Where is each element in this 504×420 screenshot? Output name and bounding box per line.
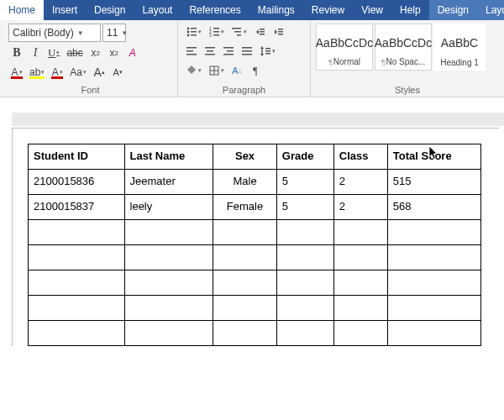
table-cell[interactable] (276, 296, 333, 321)
shrink-font-button[interactable]: A▾ (109, 64, 126, 81)
table-cell[interactable] (333, 270, 387, 296)
grow-font-button[interactable]: A▴ (91, 64, 108, 81)
table-cell[interactable] (213, 296, 277, 321)
table-cell[interactable]: 2 (333, 170, 387, 195)
table-cell[interactable] (124, 270, 213, 296)
font-name-combo[interactable]: Calibri (Body) ▼ (8, 24, 101, 42)
subscript-button[interactable]: x2 (87, 45, 104, 61)
justify-button[interactable] (239, 43, 255, 60)
table-cell[interactable] (333, 245, 387, 270)
tab-references[interactable]: References (181, 0, 249, 20)
table-cell[interactable] (29, 220, 125, 245)
th-sex[interactable]: Sex (213, 144, 277, 170)
table-row[interactable]: 2100015837leelyFemale52568 (29, 195, 481, 220)
tab-view[interactable]: View (353, 0, 391, 20)
table-cell[interactable]: 5 (276, 170, 333, 195)
font-color-button[interactable]: A▾ (8, 64, 25, 81)
table-cell[interactable] (387, 245, 480, 270)
font-size-combo[interactable]: 11 ▼ (102, 24, 126, 42)
table-cell[interactable] (29, 321, 125, 346)
tab-insert[interactable]: Insert (44, 0, 86, 20)
tab-table-layout[interactable]: Layout (477, 0, 504, 20)
table-cell[interactable] (124, 245, 213, 270)
th-student-id[interactable]: Student ID (29, 144, 125, 170)
table-cell[interactable]: 2100015837 (29, 195, 125, 220)
table-cell[interactable] (29, 270, 125, 296)
table-cell[interactable]: 5 (276, 195, 333, 220)
table-header-row[interactable]: Student ID Last Name Sex Grade Class Tot… (29, 144, 481, 170)
borders-button[interactable]: ▾ (206, 62, 227, 79)
table-row[interactable] (29, 296, 481, 321)
table-cell[interactable]: 515 (387, 170, 480, 195)
bullets-button[interactable]: ▾ (183, 24, 204, 40)
table-row[interactable] (29, 270, 481, 296)
table-row[interactable] (29, 245, 481, 270)
th-total-score[interactable]: Total Score (387, 144, 480, 170)
table-cell[interactable] (387, 321, 480, 346)
ruler[interactable] (12, 113, 504, 126)
table-cell[interactable] (213, 321, 277, 346)
text-fill-button[interactable]: A▾ (49, 64, 66, 81)
table-cell[interactable]: 2100015836 (29, 170, 125, 195)
superscript-button[interactable]: x2 (106, 45, 123, 61)
align-right-button[interactable] (220, 43, 237, 60)
italic-button[interactable]: I (27, 45, 44, 61)
th-grade[interactable]: Grade (276, 144, 333, 170)
tab-table-design[interactable]: Design (429, 0, 477, 20)
show-marks-button[interactable]: ¶ (247, 62, 264, 79)
tab-mailings[interactable]: Mailings (249, 0, 303, 20)
highlight-button[interactable]: ab▾ (27, 64, 47, 81)
table-cell[interactable] (333, 220, 387, 245)
table-cell[interactable] (276, 245, 333, 270)
table-cell[interactable]: 568 (387, 195, 480, 220)
tab-home[interactable]: Home (0, 0, 44, 20)
style-normal[interactable]: AaBbCcDc ¶Normal (316, 24, 373, 71)
table-cell[interactable]: Jeemater (124, 170, 213, 195)
align-left-button[interactable] (183, 43, 200, 60)
strikethrough-button[interactable]: abc (64, 45, 85, 61)
align-center-button[interactable] (202, 43, 218, 60)
table-cell[interactable] (213, 245, 277, 270)
student-table[interactable]: Student ID Last Name Sex Grade Class Tot… (28, 144, 481, 346)
table-cell[interactable] (29, 296, 125, 321)
table-cell[interactable] (333, 321, 387, 346)
tab-help[interactable]: Help (391, 0, 429, 20)
table-cell[interactable] (124, 220, 213, 245)
th-last-name[interactable]: Last Name (124, 144, 213, 170)
table-cell[interactable] (333, 296, 387, 321)
table-cell[interactable] (213, 220, 277, 245)
decrease-indent-button[interactable] (251, 24, 268, 40)
underline-button[interactable]: U▾ (45, 45, 62, 61)
tab-layout[interactable]: Layout (134, 0, 181, 20)
tab-design[interactable]: Design (86, 0, 134, 20)
line-spacing-button[interactable]: ▾ (257, 43, 278, 60)
change-case-button[interactable]: Aa▾ (67, 64, 89, 81)
bold-button[interactable]: B (8, 45, 25, 61)
table-cell[interactable]: leely (124, 195, 213, 220)
clear-formatting-button[interactable]: A (124, 45, 141, 61)
style-no-spacing[interactable]: AaBbCcDc ¶No Spac... (375, 24, 432, 71)
table-cell[interactable] (29, 245, 125, 270)
table-cell[interactable] (276, 321, 333, 346)
table-row[interactable]: 2100015836JeematerMale52515 (29, 170, 481, 195)
table-cell[interactable] (124, 296, 213, 321)
table-cell[interactable]: Female (213, 195, 277, 220)
table-cell[interactable] (213, 270, 277, 296)
table-cell[interactable]: Male (213, 170, 277, 195)
th-class[interactable]: Class (333, 144, 387, 170)
table-cell[interactable] (387, 270, 480, 296)
tab-review[interactable]: Review (303, 0, 353, 20)
table-cell[interactable] (387, 296, 480, 321)
increase-indent-button[interactable] (270, 24, 286, 40)
sort-button[interactable]: A↓ (228, 62, 245, 79)
table-row[interactable] (29, 220, 481, 245)
numbering-button[interactable]: 123▾ (206, 24, 227, 40)
table-row[interactable] (29, 321, 481, 346)
table-cell[interactable] (276, 270, 333, 296)
style-heading1[interactable]: AaBbC Heading 1 (433, 24, 486, 71)
table-cell[interactable] (124, 321, 213, 346)
shading-button[interactable]: ▾ (183, 62, 204, 79)
table-cell[interactable] (387, 220, 480, 245)
multilevel-list-button[interactable]: ▾ (228, 24, 249, 40)
table-cell[interactable]: 2 (333, 195, 387, 220)
